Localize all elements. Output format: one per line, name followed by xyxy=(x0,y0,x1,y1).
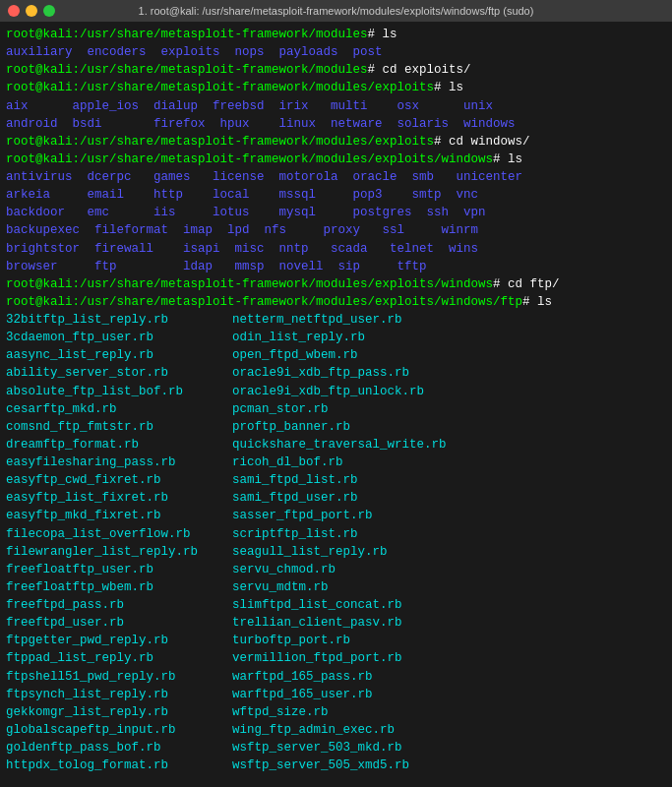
minimize-button[interactable] xyxy=(26,5,37,17)
maximize-button[interactable] xyxy=(43,5,55,17)
terminal-line: root@kali:/usr/share/metasploit-framewor… xyxy=(6,293,666,311)
terminal-line: root@kali:/usr/share/metasploit-framewor… xyxy=(6,275,666,293)
file-item: wsftp_server_505_xmd5.rb xyxy=(232,757,666,774)
file-item: slimftpd_list_concat.rb xyxy=(232,596,666,614)
file-item: dreamftp_format.rb xyxy=(6,436,232,454)
file-item: pcman_stor.rb xyxy=(232,400,666,418)
terminal-line: root@kali:/usr/share/metasploit-framewor… xyxy=(6,133,666,151)
file-item: ricoh_dl_bof.rb xyxy=(232,454,666,471)
file-item: ftpshell51_pwd_reply.rb xyxy=(6,668,232,686)
terminal-line: aix apple_ios dialup freebsd irix multi … xyxy=(6,97,666,115)
file-col-2: netterm_netftpd_user.rb odin_list_reply.… xyxy=(232,311,666,774)
file-item: globalscapeftp_input.rb xyxy=(6,721,232,739)
file-item: seagull_list_reply.rb xyxy=(232,543,666,561)
terminal: root@kali:/usr/share/metasploit-framewor… xyxy=(0,22,672,778)
terminal-line: root@kali:/usr/share/metasploit-framewor… xyxy=(6,26,666,43)
file-item: oracle9i_xdb_ftp_unlock.rb xyxy=(232,383,666,400)
terminal-line: arkeia email http local mssql pop3 smtp … xyxy=(6,186,666,204)
file-item: warftpd_165_user.rb xyxy=(232,686,666,703)
title-bar: 1. root@kali: /usr/share/metasploit-fram… xyxy=(0,0,672,22)
title-bar-buttons xyxy=(8,5,55,17)
terminal-line: antivirus dcerpc games license motorola … xyxy=(6,168,666,186)
terminal-line: android bsdi firefox hpux linux netware … xyxy=(6,115,666,133)
terminal-line: browser ftp ldap mmsp novell sip tftp xyxy=(6,258,666,275)
file-item: filewrangler_list_reply.rb xyxy=(6,543,232,561)
file-item: freeftpd_pass.rb xyxy=(6,596,232,614)
file-item: odin_list_reply.rb xyxy=(232,329,666,346)
file-item: wing_ftp_admin_exec.rb xyxy=(232,721,666,739)
file-item: comsnd_ftp_fmtstr.rb xyxy=(6,418,232,436)
file-item: httpdx_tolog_format.rb xyxy=(6,757,232,774)
terminal-line: backupexec fileformat imap lpd nfs proxy… xyxy=(6,221,666,239)
terminal-line: root@kali:/usr/share/metasploit-framewor… xyxy=(6,79,666,96)
file-item: warftpd_165_pass.rb xyxy=(232,668,666,686)
file-item: turboftp_port.rb xyxy=(232,632,666,649)
close-button[interactable] xyxy=(8,5,20,17)
terminal-line: root@kali:/usr/share/metasploit-framewor… xyxy=(6,61,666,79)
file-item: sami_ftpd_list.rb xyxy=(232,471,666,489)
file-item: easyfilesharing_pass.rb xyxy=(6,454,232,471)
file-item: netterm_netftpd_user.rb xyxy=(232,311,666,329)
file-item: ftppad_list_reply.rb xyxy=(6,649,232,667)
file-item: easyftp_list_fixret.rb xyxy=(6,489,232,507)
file-item: proftp_banner.rb xyxy=(232,418,666,436)
window-title: 1. root@kali: /usr/share/metasploit-fram… xyxy=(139,5,534,17)
file-item: vermillion_ftpd_port.rb xyxy=(232,649,666,667)
file-item: trellian_client_pasv.rb xyxy=(232,614,666,632)
file-item: open_ftpd_wbem.rb xyxy=(232,346,666,364)
file-item: 32bitftp_list_reply.rb xyxy=(6,311,232,329)
file-item: aasync_list_reply.rb xyxy=(6,346,232,364)
file-item: freefloatftp_user.rb xyxy=(6,561,232,578)
file-item: quickshare_traversal_write.rb xyxy=(232,436,666,454)
file-item: filecopa_list_overflow.rb xyxy=(6,525,232,543)
file-item: wsftp_server_503_mkd.rb xyxy=(232,739,666,757)
file-item: ftpsynch_list_reply.rb xyxy=(6,686,232,703)
file-item: oracle9i_xdb_ftp_pass.rb xyxy=(232,364,666,382)
file-item: sami_ftpd_user.rb xyxy=(232,489,666,507)
file-item: cesarftp_mkd.rb xyxy=(6,400,232,418)
file-item: easyftp_cwd_fixret.rb xyxy=(6,471,232,489)
terminal-line: backdoor emc iis lotus mysql postgres ss… xyxy=(6,204,666,221)
file-item: sasser_ftpd_port.rb xyxy=(232,507,666,524)
file-item: servu_mdtm.rb xyxy=(232,578,666,596)
file-item: absolute_ftp_list_bof.rb xyxy=(6,383,232,400)
terminal-line: brightstor firewall isapi misc nntp scad… xyxy=(6,240,666,258)
file-item: 3cdaemon_ftp_user.rb xyxy=(6,329,232,346)
file-item: freefloatftp_wbem.rb xyxy=(6,578,232,596)
terminal-line: root@kali:/usr/share/metasploit-framewor… xyxy=(6,151,666,168)
file-item: wftpd_size.rb xyxy=(232,703,666,721)
terminal-line: auxiliary encoders exploits nops payload… xyxy=(6,43,666,61)
file-col-1: 32bitftp_list_reply.rb 3cdaemon_ftp_user… xyxy=(6,311,232,774)
file-item: ability_server_stor.rb xyxy=(6,364,232,382)
file-item: freeftpd_user.rb xyxy=(6,614,232,632)
file-item: easyftp_mkd_fixret.rb xyxy=(6,507,232,524)
file-item: servu_chmod.rb xyxy=(232,561,666,578)
file-item: ftpgetter_pwd_reply.rb xyxy=(6,632,232,649)
file-item: goldenftp_pass_bof.rb xyxy=(6,739,232,757)
file-listing: 32bitftp_list_reply.rb 3cdaemon_ftp_user… xyxy=(6,311,666,774)
file-item: scriptftp_list.rb xyxy=(232,525,666,543)
file-item: gekkomgr_list_reply.rb xyxy=(6,703,232,721)
